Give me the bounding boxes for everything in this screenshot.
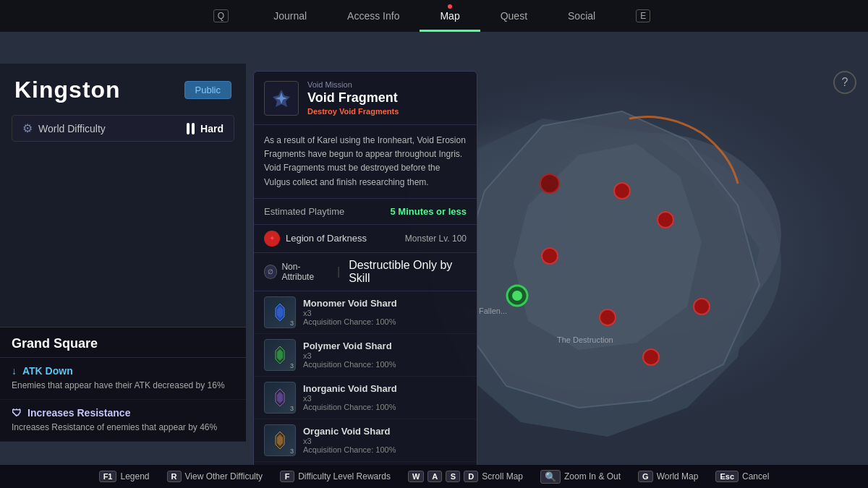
atk-down-title: ↓ ATK Down	[12, 365, 234, 377]
difficulty-bar-1	[187, 123, 190, 134]
reward-inorganic: 3 Inorganic Void Shard x3 Acquisition Ch…	[254, 377, 477, 419]
attrib-non: ∅ Non-Attribute	[264, 262, 328, 282]
nav-journal[interactable]: Journal	[253, 0, 327, 32]
inorganic-icon: 3	[264, 382, 296, 414]
organic-count: 3	[290, 448, 294, 455]
mission-enemy: ✦ Legion of Darkness Monster Lv. 100	[254, 225, 477, 253]
svg-point-12	[512, 291, 522, 301]
nav-map-label: Map	[440, 10, 459, 22]
attrib-non-label: Non-Attribute	[281, 262, 328, 282]
f-key: F	[280, 471, 294, 482]
mission-description: As a result of Karel using the Ironheart…	[254, 125, 477, 199]
svg-point-13	[540, 174, 559, 193]
bb-view-difficulty[interactable]: R View Other Difficulty	[167, 471, 263, 482]
polymer-count: 3	[290, 362, 294, 369]
mission-info: Void Mission Void Fragment Destroy Void …	[307, 80, 399, 116]
world-difficulty-left: ⚙ World Difficulty	[22, 121, 106, 135]
bb-scroll-map: W A S D Scroll Map	[408, 471, 523, 482]
mission-header: Void Mission Void Fragment Destroy Void …	[254, 72, 477, 125]
location-name: Kingston	[14, 77, 121, 103]
svg-point-10	[694, 299, 710, 314]
svg-point-6	[658, 212, 673, 228]
reward-organic: 3 Organic Void Shard x3 Acquisition Chan…	[254, 419, 477, 462]
mission-subtitle: Destroy Void Fragments	[307, 107, 399, 116]
nav-q-key[interactable]: Q	[193, 0, 253, 32]
organic-info: Organic Void Shard x3 Acquisition Chance…	[303, 426, 467, 454]
difficulty-rewards-label: Difficulty Level Rewards	[298, 471, 391, 481]
organic-name: Organic Void Shard	[303, 426, 467, 437]
esc-key: Esc	[715, 471, 739, 482]
organic-chance: Acquisition Chance: 100%	[303, 445, 467, 454]
void-fragment-icon-svg	[270, 87, 293, 110]
atk-down-desc: Enemies that appear have their ATK decre…	[12, 380, 234, 392]
playtime-value: 5 Minutes or less	[391, 206, 467, 217]
inorganic-qty: x3	[303, 394, 467, 403]
legend-label: Legend	[120, 471, 149, 481]
svg-text:The Destruction: The Destruction	[557, 335, 613, 344]
nav-map[interactable]: Map	[420, 0, 480, 32]
grand-square-panel: Grand Square ↓ ATK Down Enemies that app…	[0, 327, 246, 442]
reward-polymer: 3 Polymer Void Shard x3 Acquisition Chan…	[254, 334, 477, 377]
attrib-sep: |	[337, 265, 340, 278]
reward-monomer: 3 Monomer Void Shard x3 Acquisition Chan…	[254, 291, 477, 334]
world-map-label: World Map	[657, 471, 699, 481]
nav-social[interactable]: Social	[548, 0, 616, 32]
polymer-icon: 3	[264, 339, 296, 371]
monomer-name: Monomer Void Shard	[303, 298, 467, 309]
monomer-crystal-svg	[270, 302, 290, 322]
enemy-level: Monster Lv. 100	[405, 234, 467, 244]
nav-quest[interactable]: Quest	[480, 0, 548, 32]
polymer-chance: Acquisition Chance: 100%	[303, 360, 467, 369]
inorganic-info: Inorganic Void Shard x3 Acquisition Chan…	[303, 383, 467, 411]
help-button[interactable]: ?	[833, 71, 856, 94]
enemy-info: ✦ Legion of Darkness	[264, 231, 367, 247]
world-difficulty-right: Hard	[187, 123, 224, 134]
mission-playtime: Estimated Playtime 5 Minutes or less	[254, 199, 477, 225]
monomer-qty: x3	[303, 309, 467, 317]
nav-access-info[interactable]: Access Info	[327, 0, 420, 32]
non-attribute-icon: ∅	[264, 265, 277, 279]
monomer-info: Monomer Void Shard x3 Acquisition Chance…	[303, 298, 467, 326]
mission-name: Void Fragment	[307, 90, 399, 106]
top-navigation: Q Journal Access Info Map Quest Social E	[0, 0, 868, 32]
world-difficulty[interactable]: ⚙ World Difficulty Hard	[12, 115, 234, 142]
world-difficulty-icon: ⚙	[22, 121, 33, 135]
monomer-icon: 3	[264, 296, 296, 328]
bb-difficulty-rewards[interactable]: F Difficulty Level Rewards	[280, 471, 391, 482]
resistance-title: 🛡 Increases Resistance	[12, 407, 234, 419]
nav-journal-label: Journal	[273, 10, 307, 22]
resistance-desc: Increases Resistance of enemies that app…	[12, 421, 234, 434]
monomer-count: 3	[290, 320, 294, 327]
organic-qty: x3	[303, 437, 467, 445]
mission-attributes: ∅ Non-Attribute | Destructible Only by S…	[254, 253, 477, 291]
public-badge: Public	[184, 81, 231, 99]
resistance-effect: 🛡 Increases Resistance Increases Resista…	[0, 400, 246, 442]
enemy-name: Legion of Darkness	[286, 233, 367, 244]
atk-down-icon: ↓	[12, 365, 17, 377]
svg-point-8	[600, 309, 616, 325]
location-header: Kingston Public	[0, 64, 246, 112]
bottom-bar: F1 Legend R View Other Difficulty F Diff…	[0, 465, 868, 488]
e-key-badge: E	[636, 9, 650, 22]
mission-type: Void Mission	[307, 80, 399, 89]
bb-cancel[interactable]: Esc Cancel	[715, 471, 769, 482]
bb-world-map[interactable]: G World Map	[638, 471, 698, 482]
scroll-map-label: Scroll Map	[482, 471, 523, 481]
a-key: A	[427, 471, 442, 482]
zoom-icon-key: 🔍	[540, 470, 561, 484]
inorganic-name: Inorganic Void Shard	[303, 383, 467, 394]
nav-e-key[interactable]: E	[616, 0, 675, 32]
nav-items: Q Journal Access Info Map Quest Social E	[193, 0, 675, 32]
resistance-icon: 🛡	[12, 407, 22, 419]
polymer-qty: x3	[303, 351, 467, 360]
polymer-name: Polymer Void Shard	[303, 341, 467, 351]
mission-icon	[264, 81, 299, 116]
organic-crystal-svg	[270, 430, 290, 450]
difficulty-bar-2	[192, 123, 195, 134]
polymer-crystal-svg	[270, 345, 290, 365]
bb-legend[interactable]: F1 Legend	[99, 471, 150, 482]
map-area: The Fallen... The Destruction Kingston P…	[0, 32, 868, 465]
world-difficulty-value: Hard	[200, 123, 224, 134]
inorganic-count: 3	[290, 405, 294, 412]
atk-down-label: ATK Down	[22, 365, 73, 377]
